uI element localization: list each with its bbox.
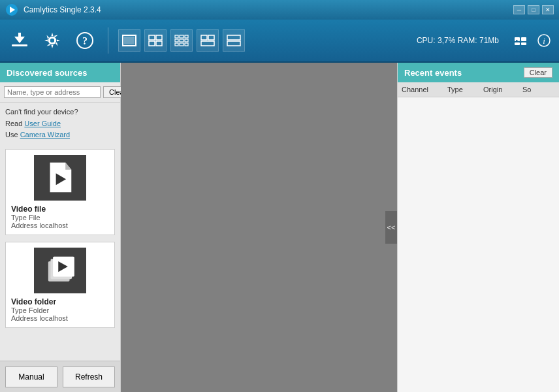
layout-icons-group (118, 29, 245, 52)
svg-rect-25 (201, 35, 207, 40)
svg-rect-19 (175, 39, 178, 42)
layout-1x1-icon[interactable] (118, 29, 140, 52)
source-item-video-folder[interactable]: Video folder Type Folder Address localho… (5, 242, 115, 328)
left-panel: Discovered sources Clear Can't find your… (0, 63, 121, 392)
search-bar: Clear (0, 82, 120, 103)
col-channel: Channel (398, 84, 443, 95)
close-button[interactable]: ✕ (542, 5, 554, 14)
refresh-button[interactable]: Refresh (63, 367, 115, 387)
col-source: So (519, 84, 559, 95)
right-panel: Recent events Clear Channel Type Origin … (397, 63, 559, 392)
svg-text:?: ? (82, 35, 88, 46)
collapse-button[interactable]: << (385, 211, 397, 244)
svg-rect-29 (227, 41, 240, 46)
svg-rect-24 (185, 43, 188, 46)
svg-text:i: i (543, 36, 545, 46)
svg-rect-31 (521, 37, 526, 41)
svg-rect-26 (208, 35, 214, 40)
toolbar-right-icons: ▶ i (512, 32, 552, 49)
app-logo (5, 3, 18, 16)
titlebar: Camlytics Single 2.3.4 ─ □ ✕ (0, 0, 559, 20)
app-title: Camlytics Single 2.3.4 (24, 5, 513, 14)
manual-button[interactable]: Manual (5, 367, 57, 387)
system-status: CPU: 3,7% RAM: 71Mb (417, 36, 499, 45)
events-table-header: Channel Type Origin So (398, 82, 559, 97)
col-type: Type (443, 84, 479, 95)
svg-rect-27 (201, 41, 214, 46)
hint-text: Can't find your device? Read User Guide … (0, 103, 120, 144)
video-folder-type: Type Folder (11, 306, 49, 314)
search-input[interactable] (4, 86, 101, 98)
svg-rect-22 (175, 43, 178, 46)
bottom-buttons: Manual Refresh (0, 361, 120, 392)
video-folder-address: Address localhost (11, 314, 68, 322)
camera-wizard-link[interactable]: Camera Wizard (20, 131, 70, 139)
toolbar: ? (0, 20, 559, 63)
sources-list: Video file Type File Address localhost (0, 144, 120, 361)
svg-point-7 (50, 39, 54, 42)
video-file-name: Video file (11, 204, 46, 214)
user-guide-link[interactable]: User Guide (24, 120, 61, 127)
recent-events-header: Recent events Clear (398, 63, 559, 82)
col-origin: Origin (479, 84, 519, 95)
minimize-button[interactable]: ─ (513, 5, 525, 14)
center-panel: << (121, 63, 397, 392)
svg-rect-14 (149, 41, 155, 46)
toolbar-divider (108, 27, 108, 54)
video-file-address: Address localhost (11, 221, 68, 229)
svg-rect-11 (124, 37, 135, 44)
layout-4-icon[interactable] (197, 29, 219, 52)
download-icon[interactable] (7, 27, 33, 54)
svg-text:▶: ▶ (516, 39, 519, 42)
help-icon[interactable]: ? (72, 27, 98, 54)
info-icon[interactable]: i (535, 32, 552, 49)
svg-rect-17 (180, 35, 184, 38)
layout-3x3-icon[interactable] (170, 29, 193, 52)
window-controls: ─ □ ✕ (513, 5, 554, 14)
main-area: Discovered sources Clear Can't find your… (0, 63, 559, 392)
source-item-video-file[interactable]: Video file Type File Address localhost (5, 149, 115, 235)
layout-wide-icon[interactable] (223, 29, 245, 52)
svg-rect-12 (149, 35, 155, 40)
video-folder-icon (34, 248, 86, 293)
svg-rect-18 (185, 35, 188, 38)
svg-rect-33 (521, 42, 526, 45)
svg-rect-28 (227, 35, 240, 40)
svg-rect-20 (180, 39, 184, 42)
video-file-icon (34, 155, 86, 201)
svg-rect-13 (156, 35, 162, 40)
svg-rect-23 (180, 43, 184, 46)
svg-rect-16 (175, 35, 178, 38)
svg-rect-21 (185, 39, 188, 42)
video-folder-name: Video folder (11, 297, 56, 306)
layout-2x2-icon[interactable] (144, 29, 167, 52)
discovered-sources-header: Discovered sources (0, 63, 120, 82)
clear-events-button[interactable]: Clear (524, 67, 552, 78)
svg-rect-32 (515, 42, 520, 45)
events-list (398, 97, 559, 392)
svg-rect-4 (18, 33, 21, 41)
video-file-type: Type File (11, 214, 40, 221)
notifications-icon[interactable]: ▶ (512, 32, 529, 49)
settings-icon[interactable] (39, 27, 65, 54)
maximize-button[interactable]: □ (528, 5, 539, 14)
svg-rect-15 (156, 41, 162, 46)
svg-rect-2 (12, 44, 27, 46)
